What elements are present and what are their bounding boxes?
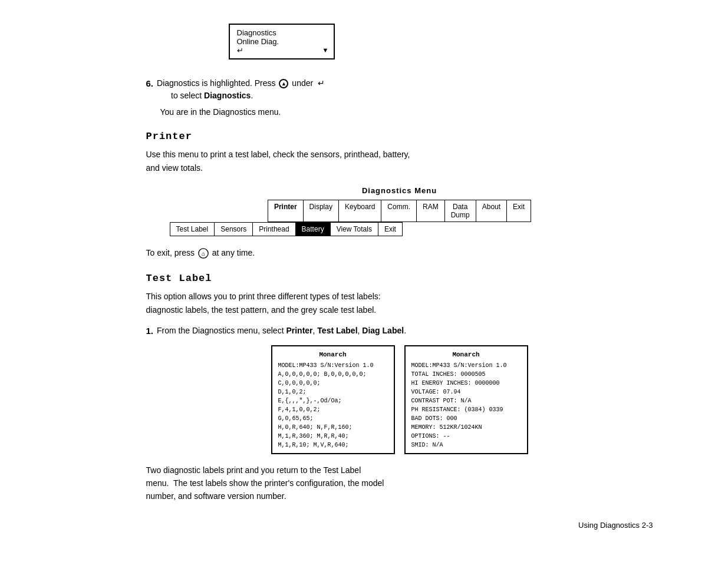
exit-text-prefix: To exit, press bbox=[146, 248, 195, 257]
printer-heading: Printer bbox=[146, 131, 653, 142]
tab-comm[interactable]: Comm. bbox=[381, 200, 417, 222]
step1-comma2: , bbox=[358, 326, 360, 335]
step-6-content: Diagnostics is highlighted. Press ▲ unde… bbox=[157, 78, 653, 100]
step-1-content: From the Diagnostics menu, select Printe… bbox=[157, 326, 653, 335]
footer-text: Using Diagnostics 2-3 bbox=[578, 521, 653, 530]
subtab-battery[interactable]: Battery bbox=[296, 223, 331, 236]
right-label-line8: MEMORY: 512KR/1024KN bbox=[411, 423, 521, 432]
you-are-text: You are in the Diagnostics menu. bbox=[160, 107, 653, 117]
tab-display[interactable]: Display bbox=[304, 200, 339, 222]
left-label-line9: M,1,R,360; M,R,R,40; bbox=[278, 432, 388, 441]
subtab-test-label[interactable]: Test Label bbox=[170, 223, 215, 236]
subtab-printhead[interactable]: Printhead bbox=[253, 223, 295, 236]
tab-data-dump[interactable]: DataDump bbox=[445, 200, 476, 222]
left-label-line5: E,{,,,",},-,Od/Oa; bbox=[278, 396, 388, 405]
up-arrow-button-icon: ▲ bbox=[279, 79, 288, 88]
left-label-line3: C,0,0,0,0,0; bbox=[278, 379, 388, 388]
main-tabs-row: Printer Display Keyboard Comm. RAM DataD… bbox=[268, 200, 531, 222]
enter-char: ↵ bbox=[237, 46, 243, 55]
right-label-line9: OPTIONS: -- bbox=[411, 432, 521, 441]
subtab-view-totals[interactable]: View Totals bbox=[331, 223, 378, 236]
step-1-numeral: 1. bbox=[146, 326, 154, 336]
step-6-block: 6. Diagnostics is highlighted. Press ▲ u… bbox=[146, 78, 653, 100]
step-6-numeral: 6. bbox=[146, 78, 154, 88]
exit-text-suffix: at any time. bbox=[212, 248, 255, 257]
exit-text-block: To exit, press ⌂ at any time. bbox=[146, 248, 653, 259]
diag-label-right: Monarch MODEL:MP433 S/N:Version 1.0 TOTA… bbox=[404, 345, 528, 454]
step6-text2: under bbox=[292, 78, 313, 88]
menu-line1: Diagnostics bbox=[237, 28, 316, 37]
right-label-line10: SMID: N/A bbox=[411, 441, 521, 449]
subtab-exit[interactable]: Exit bbox=[378, 223, 402, 236]
step6-text1: Diagnostics is highlighted. Press bbox=[157, 78, 276, 88]
step6-indent-text: to select Diagnostics. bbox=[171, 91, 653, 100]
left-label-line1: MODEL:MP433 S/N:Version 1.0 bbox=[278, 361, 388, 370]
left-label-title: Monarch bbox=[278, 350, 388, 360]
right-label-line1: MODEL:MP433 S/N:Version 1.0 bbox=[411, 361, 521, 370]
tab-keyboard[interactable]: Keyboard bbox=[339, 200, 381, 222]
menu-box-container: Diagnostics Online Diag. ↵ ▼ bbox=[229, 24, 653, 68]
diag-menu-label: Diagnostics Menu bbox=[362, 186, 437, 195]
test-label-heading: Test Label bbox=[146, 273, 653, 284]
test-label-desc: This option allows you to print three di… bbox=[146, 290, 653, 316]
subtabs-container: Test Label Sensors Printhead Battery Vie… bbox=[170, 222, 403, 236]
tab-ram[interactable]: RAM bbox=[417, 200, 445, 222]
tabs-container: Printer Display Keyboard Comm. RAM DataD… bbox=[268, 200, 531, 222]
right-label-line3: HI ENERGY INCHES: 0000000 bbox=[411, 379, 521, 388]
step6-text3: to select bbox=[171, 91, 202, 100]
printer-section: Printer Use this menu to print a test la… bbox=[146, 131, 653, 174]
page-footer: Using Diagnostics 2-3 bbox=[146, 521, 653, 530]
left-label-line6: F,4,1,0,0,2; bbox=[278, 405, 388, 414]
diagnostics-menu-box: Diagnostics Online Diag. ↵ ▼ bbox=[229, 24, 335, 59]
step1-bold1: Printer bbox=[286, 326, 312, 335]
menu-line2: Online Diag. bbox=[237, 37, 316, 46]
step1-bold2: Test Label bbox=[317, 326, 357, 335]
step1-period: . bbox=[404, 326, 406, 335]
left-label-line2: A,0,0,0,0,0; B,0,0,0,0,0; bbox=[278, 370, 388, 379]
right-label-line6: PH RESISTANCE: (0384) 0339 bbox=[411, 405, 521, 414]
step1-text: From the Diagnostics menu, select bbox=[157, 326, 284, 335]
left-label-line8: H,0,R,640; N,F,R,160; bbox=[278, 423, 388, 432]
left-label-line4: D,1,0,2; bbox=[278, 388, 388, 396]
home-icon: ⌂ bbox=[198, 248, 209, 259]
step6-bold-word: Diagnostics bbox=[204, 91, 251, 100]
left-label-line7: G,0,65,65; bbox=[278, 414, 388, 423]
menu-enter: ↵ bbox=[237, 46, 316, 55]
tab-printer[interactable]: Printer bbox=[268, 200, 304, 222]
tab-about[interactable]: About bbox=[476, 200, 507, 222]
svg-text:⌂: ⌂ bbox=[202, 250, 205, 257]
step1-bold3: Diag Label bbox=[362, 326, 404, 335]
step6-period: . bbox=[251, 91, 253, 100]
step-1-block: 1. From the Diagnostics menu, select Pri… bbox=[146, 326, 653, 336]
right-label-line2: TOTAL INCHES: 0000505 bbox=[411, 370, 521, 379]
dropdown-arrow: ▼ bbox=[322, 47, 329, 54]
step1-comma1: , bbox=[313, 326, 315, 335]
right-label-line7: BAD DOTS: 000 bbox=[411, 414, 521, 423]
diagnostics-menu-diagram: Diagnostics Menu Printer Display Keyboar… bbox=[146, 186, 653, 236]
left-label-line10: M,1,R,10; M,V,R,640; bbox=[278, 441, 388, 449]
diag-label-left: Monarch MODEL:MP433 S/N:Version 1.0 A,0,… bbox=[271, 345, 395, 454]
test-label-section: Test Label This option allows you to pri… bbox=[146, 273, 653, 316]
right-label-title: Monarch bbox=[411, 350, 521, 360]
tab-exit-main[interactable]: Exit bbox=[507, 200, 531, 222]
printer-desc: Use this menu to print a test label, che… bbox=[146, 148, 653, 174]
right-label-line4: VOLTAGE: 07.94 bbox=[411, 388, 521, 396]
subtabs-row: Test Label Sensors Printhead Battery Vie… bbox=[158, 222, 403, 236]
diag-images-row: Monarch MODEL:MP433 S/N:Version 1.0 A,0,… bbox=[146, 345, 653, 454]
two-labels-text: Two diagnostic labels print and you retu… bbox=[146, 464, 653, 503]
right-label-line5: CONTRAST POT: N/A bbox=[411, 396, 521, 405]
page-content: Diagnostics Online Diag. ↵ ▼ 6. Diagnost… bbox=[146, 24, 653, 530]
subtab-sensors[interactable]: Sensors bbox=[215, 223, 253, 236]
step6-enter-char: ↵ bbox=[318, 78, 325, 88]
